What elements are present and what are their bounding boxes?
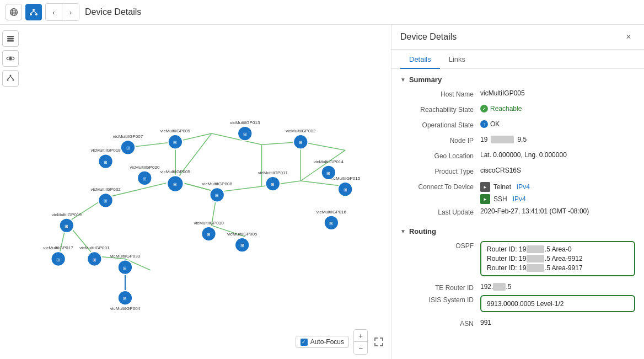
svg-rect-10 bbox=[7, 36, 14, 37]
telnet-label: Telnet bbox=[493, 183, 511, 191]
node-008[interactable]: vicMultiIGP008 ⊞ bbox=[202, 181, 233, 202]
node-033[interactable]: vicMultiIGP033 ⊞ bbox=[110, 254, 141, 274]
svg-text:vicMultiIGP019: vicMultiIGP019 bbox=[52, 212, 82, 217]
globe-icon-btn[interactable] bbox=[6, 4, 22, 20]
nodeip-blurred: ████ bbox=[491, 136, 514, 143]
ok-text: OK bbox=[490, 120, 500, 128]
ospf-entry-2: Router ID: 19 ███ .5 Area-9917 bbox=[487, 264, 629, 272]
lastupdate-value: 2020-Feb-27, 13:41:01 (GMT -08:00) bbox=[480, 207, 635, 215]
svg-point-14 bbox=[10, 75, 12, 77]
tab-links[interactable]: Links bbox=[440, 50, 474, 69]
node-018[interactable]: vicMultiIGP018 ⊞ bbox=[90, 148, 121, 168]
node-009[interactable]: vicMultiIGP009 ⊞ bbox=[160, 128, 191, 149]
node-011[interactable]: vicMultiIGP011 ⊞ bbox=[258, 170, 288, 191]
svg-text:⊞: ⊞ bbox=[173, 182, 177, 187]
node-005b[interactable]: vicMultiIGP005 ⊞ bbox=[227, 232, 257, 252]
isis-box: 9913.0000.0005 Level-1/2 bbox=[480, 295, 635, 312]
svg-text:vicMultiIGP032: vicMultiIGP032 bbox=[90, 187, 121, 192]
tab-details[interactable]: Details bbox=[400, 50, 440, 69]
summary-chevron: ▼ bbox=[400, 77, 406, 83]
topology-icon-btn[interactable] bbox=[25, 4, 42, 20]
svg-text:vicMultiIGP001: vicMultiIGP001 bbox=[79, 245, 110, 250]
nodeip-value: 19 ████ 9.5 bbox=[480, 136, 635, 143]
node-001[interactable]: vicMultiIGP001 ⊞ bbox=[79, 245, 110, 266]
lastupdate-row: Last Update 2020-Feb-27, 13:41:01 (GMT -… bbox=[400, 207, 635, 219]
node-015[interactable]: vicMultiIGP015 ⊞ bbox=[330, 176, 361, 196]
nav-forward-button[interactable]: › bbox=[62, 4, 79, 20]
routing-section-header[interactable]: ▼ Routing bbox=[400, 227, 635, 235]
expand-icon[interactable] bbox=[372, 335, 385, 349]
reachability-row: Reachability State ✓ Reachable bbox=[400, 105, 635, 117]
svg-text:⊞: ⊞ bbox=[326, 171, 330, 176]
node-010[interactable]: vicMultiIGP010 ⊞ bbox=[194, 221, 224, 241]
geolocation-row: Geo Location Lat. 0.000000, Lng. 0.00000… bbox=[400, 151, 635, 163]
routing-section: ▼ Routing OSPF Router ID: 19 ███ .5 Area… bbox=[400, 227, 635, 328]
zoom-in-button[interactable]: + bbox=[354, 330, 367, 342]
svg-point-15 bbox=[7, 79, 9, 81]
svg-text:vicMultiIGP020: vicMultiIGP020 bbox=[130, 165, 160, 170]
svg-text:⊞: ⊞ bbox=[143, 176, 147, 181]
svg-text:vicMultiIGP012: vicMultiIGP012 bbox=[286, 128, 316, 133]
ospf-label: OSPF bbox=[400, 241, 480, 250]
telnet-ipv4-link[interactable]: IPv4 bbox=[517, 183, 530, 191]
map-bottom-controls: ✓ Auto-Focus + − bbox=[296, 329, 385, 355]
reachable-icon: ✓ bbox=[480, 105, 488, 112]
auto-focus-checkbox[interactable]: ✓ bbox=[300, 339, 308, 346]
node-004[interactable]: vicMultiIGP004 ⊞ bbox=[110, 291, 141, 311]
node-012[interactable]: vicMultiIGP012 ⊞ bbox=[286, 128, 316, 149]
ospf-entry-0: Router ID: 19 ███ .5 Area-0 bbox=[487, 245, 629, 253]
isis-container: 9913.0000.0005 Level-1/2 bbox=[480, 295, 635, 315]
geolocation-label: Geo Location bbox=[400, 151, 480, 160]
zoom-out-button[interactable]: − bbox=[354, 342, 367, 354]
close-button[interactable]: × bbox=[622, 30, 635, 44]
svg-text:⊞: ⊞ bbox=[123, 266, 127, 271]
geolocation-value: Lat. 0.000000, Lng. 0.000000 bbox=[480, 151, 635, 159]
hostname-row: Host Name vicMultiIGP005 bbox=[400, 89, 635, 101]
connect-label: Connect To Device bbox=[400, 182, 480, 191]
node-019[interactable]: vicMultiIGP019 ⊞ bbox=[52, 212, 82, 233]
svg-text:⊞: ⊞ bbox=[344, 187, 347, 192]
svg-rect-11 bbox=[7, 38, 14, 40]
node-020[interactable]: vicMultiIGP020 ⊞ bbox=[130, 165, 160, 185]
svg-text:⊞: ⊞ bbox=[299, 140, 303, 145]
zoom-controls: + − bbox=[353, 329, 368, 355]
routing-section-title: Routing bbox=[409, 227, 436, 235]
svg-text:⊞: ⊞ bbox=[207, 232, 211, 237]
svg-text:vicMultiIGP017: vicMultiIGP017 bbox=[43, 245, 73, 250]
svg-text:vicMultiIGP009: vicMultiIGP009 bbox=[160, 128, 191, 133]
routing-chevron: ▼ bbox=[400, 228, 406, 234]
operational-label: Operational State bbox=[400, 120, 480, 129]
auto-focus-control[interactable]: ✓ Auto-Focus bbox=[296, 336, 349, 348]
svg-text:vicMultiIGP004: vicMultiIGP004 bbox=[110, 306, 141, 311]
details-panel-title: Device Details bbox=[400, 32, 622, 42]
producttype-label: Product Type bbox=[400, 167, 480, 175]
nav-back-button[interactable]: ‹ bbox=[46, 4, 62, 20]
svg-point-5 bbox=[33, 9, 35, 11]
svg-text:vicMultiIGP016: vicMultiIGP016 bbox=[316, 210, 347, 215]
svg-text:⊞: ⊞ bbox=[271, 182, 275, 187]
ssh-ipv4-link[interactable]: IPv4 bbox=[513, 195, 526, 203]
eye-sidebar-icon[interactable] bbox=[2, 50, 19, 67]
reachable-badge: ✓ Reachable bbox=[480, 105, 522, 112]
nodeip-suffix: 9.5 bbox=[517, 136, 527, 143]
summary-section-header[interactable]: ▼ Summary bbox=[400, 76, 635, 84]
node-005-selected[interactable]: vicMultiIGP005 ⊞ bbox=[160, 169, 191, 192]
hierarchy-sidebar-icon[interactable] bbox=[2, 70, 19, 87]
ospf-row: OSPF Router ID: 19 ███ .5 Area-0 Router … bbox=[400, 241, 635, 280]
node-013[interactable]: vicMultiIGP013 ⊞ bbox=[230, 120, 260, 141]
asn-value: 991 bbox=[480, 319, 635, 326]
reachability-label: Reachability State bbox=[400, 105, 480, 114]
te-router-id-value: 192.██.5 bbox=[480, 283, 635, 291]
svg-line-9 bbox=[34, 11, 36, 13]
connect-ssh-item: ► SSH IPv4 bbox=[480, 194, 530, 204]
node-017[interactable]: vicMultiIGP017 ⊞ bbox=[43, 245, 73, 266]
isis-label: ISIS System ID bbox=[400, 295, 480, 304]
node-016[interactable]: vicMultiIGP016 ⊞ bbox=[316, 210, 347, 230]
svg-text:⊞: ⊞ bbox=[240, 243, 244, 248]
ok-badge: ↑ OK bbox=[480, 120, 500, 128]
layers-sidebar-icon[interactable] bbox=[2, 30, 19, 47]
nodeip-prefix: 19 bbox=[480, 136, 487, 143]
ssh-icon: ► bbox=[480, 194, 490, 204]
svg-text:vicMultiIGP005: vicMultiIGP005 bbox=[227, 232, 257, 237]
ospf-entry-0-blurred: ███ bbox=[527, 245, 544, 253]
